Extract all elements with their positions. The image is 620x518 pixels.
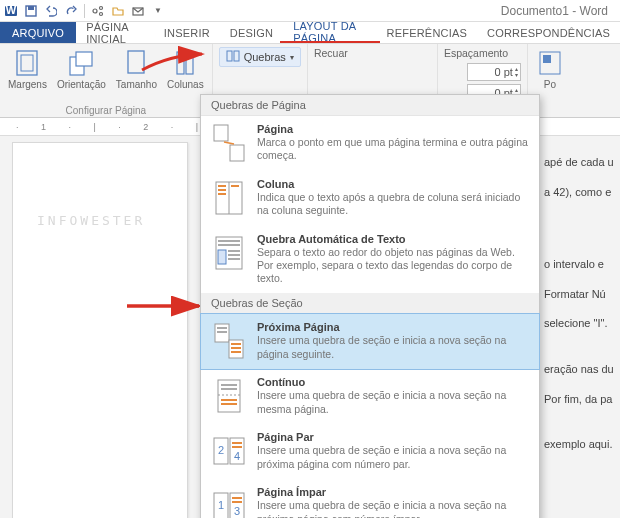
breaks-icon bbox=[226, 50, 240, 64]
svg-point-4 bbox=[93, 9, 97, 13]
tab-references[interactable]: REFERÊNCIAS bbox=[377, 22, 477, 43]
clipped-body-text: apé de cada u a 42), como e o intervalo … bbox=[544, 154, 620, 466]
section-breaks-header: Quebras de Seção bbox=[201, 293, 539, 314]
body-line: a 42), como e bbox=[544, 184, 620, 202]
undo-icon[interactable] bbox=[44, 4, 58, 18]
svg-point-5 bbox=[100, 6, 103, 9]
svg-rect-30 bbox=[218, 250, 226, 264]
break-textwrap-item[interactable]: Quebra Automática de TextoSepara o texto… bbox=[201, 226, 539, 293]
svg-rect-39 bbox=[231, 347, 241, 349]
tab-home[interactable]: PÁGINA INICIAL bbox=[76, 22, 154, 43]
email-icon[interactable] bbox=[131, 4, 145, 18]
svg-rect-24 bbox=[218, 189, 226, 191]
break-even-page-item[interactable]: 24 Página ParInsere uma quebra de seção … bbox=[201, 424, 539, 479]
svg-rect-26 bbox=[231, 185, 239, 187]
break-column-item[interactable]: ColunaIndica que o texto após a quebra d… bbox=[201, 171, 539, 226]
svg-text:2: 2 bbox=[218, 444, 224, 456]
save-icon[interactable] bbox=[24, 4, 38, 18]
svg-rect-56 bbox=[232, 497, 242, 499]
position-label: Po bbox=[544, 79, 556, 90]
break-column-title: Coluna bbox=[257, 178, 529, 190]
group-page-setup: Margens Orientação Tamanho Colunas Confi… bbox=[0, 44, 213, 117]
break-next-page-title: Próxima Página bbox=[257, 321, 529, 333]
svg-rect-46 bbox=[221, 403, 237, 405]
size-button[interactable]: Tamanho bbox=[114, 46, 159, 92]
tab-insert[interactable]: INSERIR bbox=[154, 22, 220, 43]
svg-text:3: 3 bbox=[234, 505, 240, 517]
tab-mail[interactable]: CORRESPONDÊNCIAS bbox=[477, 22, 620, 43]
spacing-before-spinner[interactable]: 0 pt▴▾ bbox=[467, 63, 521, 81]
break-next-page-item[interactable]: Próxima PáginaInsere uma quebra de seção… bbox=[201, 314, 539, 369]
redo-icon[interactable] bbox=[64, 4, 78, 18]
body-line: eração nas du bbox=[544, 361, 620, 379]
breaks-button[interactable]: Quebras ▾ bbox=[219, 47, 301, 67]
size-icon bbox=[122, 48, 150, 78]
break-even-page-icon: 24 bbox=[211, 431, 247, 471]
svg-rect-42 bbox=[221, 384, 237, 386]
break-odd-page-icon: 13 bbox=[211, 486, 247, 518]
body-line: exemplo aqui. bbox=[544, 436, 620, 454]
position-button[interactable]: Po bbox=[534, 46, 566, 92]
orientation-label: Orientação bbox=[57, 79, 106, 90]
svg-rect-31 bbox=[228, 250, 240, 252]
break-page-item[interactable]: PáginaMarca o ponto em que uma página te… bbox=[201, 116, 539, 171]
open-icon[interactable] bbox=[111, 4, 125, 18]
svg-rect-20 bbox=[230, 145, 244, 161]
tab-design[interactable]: DESIGN bbox=[220, 22, 283, 43]
break-page-title: Página bbox=[257, 123, 529, 135]
columns-button[interactable]: Colunas bbox=[165, 46, 206, 92]
svg-rect-33 bbox=[228, 258, 240, 260]
tab-page-layout[interactable]: LAYOUT DA PÁGINA bbox=[283, 22, 376, 43]
body-line: Por fim, da pa bbox=[544, 391, 620, 409]
body-line: selecione "I". bbox=[544, 315, 620, 333]
break-continuous-item[interactable]: ContínuoInsere uma quebra de seção e ini… bbox=[201, 369, 539, 424]
break-textwrap-title: Quebra Automática de Texto bbox=[257, 233, 529, 245]
body-line: o intervalo e bbox=[544, 256, 620, 274]
spacing-before-value: 0 pt bbox=[495, 66, 513, 78]
columns-icon bbox=[171, 48, 199, 78]
break-page-icon bbox=[211, 123, 247, 163]
orientation-button[interactable]: Orientação bbox=[55, 46, 108, 92]
svg-text:4: 4 bbox=[234, 450, 240, 462]
window-title: Documento1 - Word bbox=[501, 4, 616, 18]
indent-label: Recuar bbox=[314, 47, 431, 59]
group-page-setup-label: Configurar Página bbox=[6, 105, 206, 116]
break-textwrap-icon bbox=[211, 233, 247, 273]
svg-rect-13 bbox=[177, 52, 184, 74]
breaks-dropdown-panel: Quebras de Página PáginaMarca o ponto em… bbox=[200, 94, 540, 518]
svg-rect-15 bbox=[227, 51, 232, 61]
qat-dropdown-icon[interactable]: ▼ bbox=[151, 4, 165, 18]
svg-rect-12 bbox=[128, 51, 144, 73]
svg-rect-35 bbox=[217, 327, 227, 329]
svg-text:W: W bbox=[6, 4, 17, 16]
orientation-icon bbox=[67, 48, 95, 78]
svg-rect-14 bbox=[186, 52, 193, 74]
columns-label: Colunas bbox=[167, 79, 204, 90]
svg-rect-28 bbox=[218, 240, 240, 242]
ribbon-tabs: ARQUIVO PÁGINA INICIAL INSERIR DESIGN LA… bbox=[0, 22, 620, 44]
svg-rect-18 bbox=[543, 55, 551, 63]
break-next-page-icon bbox=[211, 321, 247, 361]
position-icon bbox=[536, 48, 564, 78]
break-textwrap-desc: Separa o texto ao redor do objeto nas pá… bbox=[257, 246, 529, 285]
svg-rect-51 bbox=[232, 446, 242, 448]
svg-rect-29 bbox=[218, 244, 240, 246]
break-odd-page-item[interactable]: 13 Página ÍmparInsere uma quebra de seçã… bbox=[201, 479, 539, 518]
svg-rect-43 bbox=[221, 388, 237, 390]
break-column-icon bbox=[211, 178, 247, 218]
tab-file[interactable]: ARQUIVO bbox=[0, 22, 76, 43]
svg-point-6 bbox=[100, 12, 103, 15]
share-icon[interactable] bbox=[91, 4, 105, 18]
svg-rect-50 bbox=[232, 442, 242, 444]
margins-icon bbox=[13, 48, 41, 78]
breaks-label: Quebras bbox=[244, 51, 286, 63]
margins-button[interactable]: Margens bbox=[6, 46, 49, 92]
svg-rect-11 bbox=[76, 52, 92, 66]
svg-rect-16 bbox=[234, 51, 239, 61]
svg-rect-45 bbox=[221, 399, 237, 401]
svg-rect-3 bbox=[28, 6, 34, 10]
ribbon: Margens Orientação Tamanho Colunas Confi… bbox=[0, 44, 620, 118]
spinner-arrows-icon[interactable]: ▴▾ bbox=[515, 66, 518, 78]
word-app-icon: W bbox=[4, 4, 18, 18]
page-canvas[interactable]: INFOWESTER bbox=[12, 142, 188, 518]
